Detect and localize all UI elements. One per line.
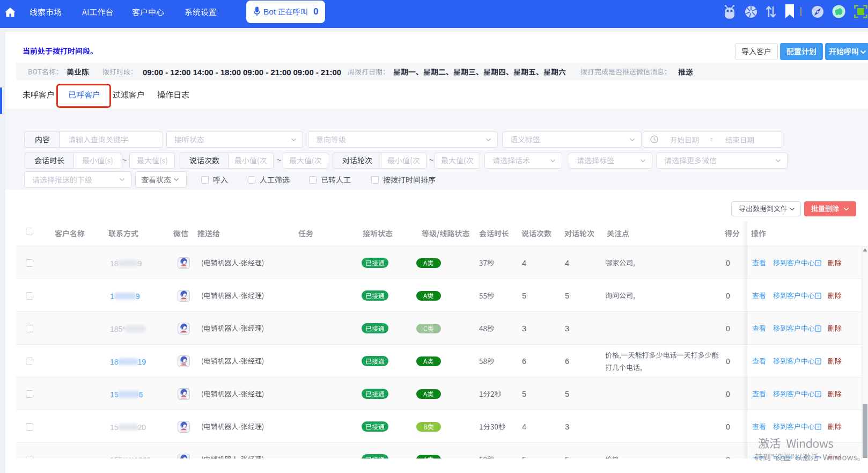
svg-text:?: ?	[817, 359, 820, 363]
svg-text:?: ?	[817, 424, 820, 429]
svg-text:?: ?	[817, 293, 820, 298]
svg-text:?: ?	[817, 260, 820, 265]
svg-text:?: ?	[817, 391, 820, 396]
svg-text:?: ?	[817, 326, 820, 331]
